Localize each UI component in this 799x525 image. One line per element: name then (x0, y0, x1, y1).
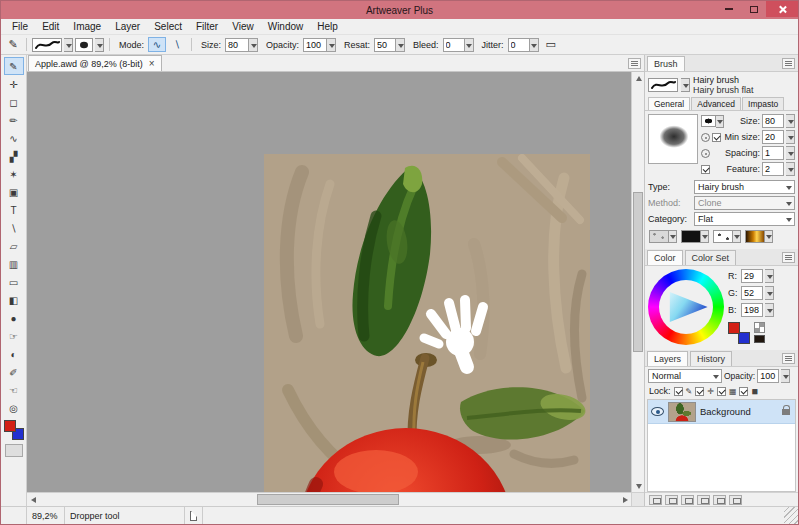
spacing-spinner[interactable] (786, 146, 795, 160)
feature-spinner[interactable] (786, 162, 795, 176)
brush-tip-large-preview[interactable] (648, 114, 698, 164)
tab-color[interactable]: Color (647, 250, 683, 265)
min-size-checkbox[interactable] (712, 133, 721, 142)
layer-opacity-input[interactable] (757, 369, 779, 383)
menu-image[interactable]: Image (66, 19, 108, 34)
method-select[interactable]: Clone (694, 196, 795, 210)
lock-position-checkbox[interactable] (695, 387, 704, 396)
horizontal-scroll-thumb[interactable] (257, 494, 399, 505)
maximize-button[interactable] (741, 1, 766, 17)
tab-impasto[interactable]: Impasto (742, 97, 784, 110)
panel-menu-icon[interactable] (782, 58, 795, 69)
minimize-button[interactable] (716, 1, 741, 17)
vertical-scrollbar[interactable] (631, 72, 644, 492)
tab-color-set[interactable]: Color Set (685, 250, 737, 265)
tool-eyedropper[interactable]: ✐ (4, 363, 24, 381)
jitter-spinner[interactable] (530, 38, 539, 52)
tab-layers[interactable]: Layers (647, 351, 688, 366)
menu-view[interactable]: View (225, 19, 261, 34)
layer-visibility-icon[interactable] (651, 407, 664, 416)
tool-shape[interactable]: ▱ (4, 237, 24, 255)
menu-filter[interactable]: Filter (189, 19, 225, 34)
green-spinner[interactable] (765, 286, 774, 300)
brush-tip-preview[interactable] (75, 38, 93, 52)
color-set-icon[interactable] (754, 322, 765, 333)
panel-menu-icon[interactable] (782, 252, 795, 263)
menu-edit[interactable]: Edit (35, 19, 66, 34)
min-size-spinner[interactable] (786, 130, 795, 144)
layer-opacity-spinner[interactable] (781, 369, 790, 383)
spacing-input[interactable] (762, 146, 784, 160)
tool-text[interactable]: T (4, 201, 24, 219)
min-size-input[interactable] (762, 130, 784, 144)
tool-crop[interactable]: ▞ (4, 147, 24, 165)
gradient-preset-select[interactable] (745, 230, 773, 243)
document-close-icon[interactable]: × (149, 60, 155, 68)
horizontal-scrollbar[interactable] (27, 492, 644, 506)
canvas-viewport[interactable] (27, 72, 644, 492)
foreground-color-swatch[interactable] (4, 420, 16, 432)
tablet-icon[interactable]: ▭ (543, 37, 559, 52)
scroll-right-icon[interactable] (618, 493, 631, 506)
tool-zoom[interactable]: ◎ (4, 399, 24, 417)
tab-general[interactable]: General (648, 97, 690, 110)
lock-pixels-checkbox[interactable] (717, 387, 726, 396)
tool-hand[interactable]: ☜ (4, 381, 24, 399)
size-input[interactable] (225, 38, 249, 52)
size-spinner[interactable] (249, 38, 258, 52)
document-tab[interactable]: Apple.awd @ 89,2% (8-bit) × (28, 55, 162, 71)
feature-checkbox[interactable] (701, 165, 710, 174)
red-input[interactable] (741, 269, 763, 283)
resize-grip[interactable] (784, 507, 798, 524)
pattern-preset-select[interactable] (713, 230, 741, 243)
category-select[interactable]: Flat (694, 212, 795, 226)
menu-select[interactable]: Select (147, 19, 189, 34)
tool-smudge[interactable]: ☞ (4, 327, 24, 345)
scroll-down-icon[interactable] (632, 479, 644, 492)
opacity-spinner[interactable] (327, 38, 336, 52)
brush-variant-dropdown[interactable] (681, 78, 690, 92)
freehand-mode-button[interactable]: ∿ (148, 37, 166, 52)
tool-fill[interactable]: ◧ (4, 291, 24, 309)
texture-preset-select[interactable] (649, 230, 677, 243)
blend-mode-select[interactable]: Normal (648, 369, 722, 383)
delete-layer-button[interactable] (729, 495, 742, 505)
menu-help[interactable]: Help (310, 19, 345, 34)
layer-mask-button[interactable] (665, 495, 678, 505)
canvas-painting[interactable] (264, 154, 590, 492)
tool-brush[interactable]: ✎ (4, 57, 24, 75)
opacity-input[interactable] (303, 38, 327, 52)
tool-rect-select[interactable]: ◻ (4, 93, 24, 111)
lock-paint-checkbox[interactable] (674, 387, 683, 396)
tool-pencil[interactable]: ✏ (4, 111, 24, 129)
tool-eraser[interactable]: ▭ (4, 273, 24, 291)
menu-layer[interactable]: Layer (108, 19, 147, 34)
brush-variant-preview[interactable] (648, 78, 678, 92)
menu-window[interactable]: Window (261, 19, 311, 34)
straight-line-mode-button[interactable]: ∖ (168, 37, 186, 52)
menu-file[interactable]: File (5, 19, 35, 34)
tool-line[interactable]: ∖ (4, 219, 24, 237)
brush-size-input[interactable] (762, 114, 784, 128)
layer-row-background[interactable]: Background (648, 400, 795, 424)
tab-brush[interactable]: Brush (647, 56, 685, 71)
tool-lasso[interactable]: ∿ (4, 129, 24, 147)
brush-tip-dropdown[interactable] (95, 38, 104, 52)
tool-gradient[interactable]: ▥ (4, 255, 24, 273)
document-info-cell[interactable] (185, 507, 203, 524)
layer-thumbnail[interactable] (668, 402, 696, 422)
tip-shape-select[interactable] (701, 115, 724, 128)
layer-effects-button[interactable] (681, 495, 694, 505)
red-spinner[interactable] (765, 269, 774, 283)
brush-preset-dropdown[interactable] (64, 38, 73, 52)
tool-dodge[interactable]: ◐ (4, 345, 24, 363)
green-input[interactable] (741, 286, 763, 300)
brush-size-spinner[interactable] (786, 114, 795, 128)
quick-mask-button[interactable] (5, 444, 23, 457)
foreground-background-colors[interactable] (728, 322, 750, 344)
foreground-color-swatch[interactable] (728, 322, 740, 334)
tab-advanced[interactable]: Advanced (691, 97, 741, 110)
blue-input[interactable] (741, 303, 763, 317)
jitter-input[interactable] (508, 38, 530, 52)
title-bar[interactable]: Artweaver Plus (1, 1, 798, 19)
